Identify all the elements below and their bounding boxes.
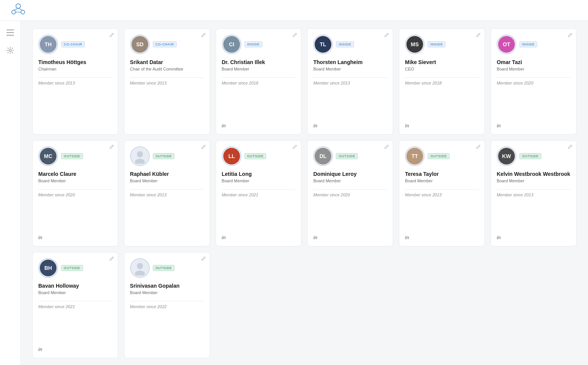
card-divider bbox=[38, 189, 112, 190]
avatar-wrapper: SD bbox=[130, 34, 150, 54]
avatar-wrapper: KW bbox=[497, 146, 516, 166]
member-since: Member since 2020 bbox=[497, 81, 571, 85]
svg-rect-6 bbox=[6, 30, 14, 30]
member-title: Board Member bbox=[130, 179, 204, 183]
linkedin-link[interactable]: in bbox=[222, 232, 296, 240]
edit-icon[interactable] bbox=[109, 33, 114, 39]
edit-icon[interactable] bbox=[476, 144, 481, 150]
avatar-wrapper: TL bbox=[313, 34, 333, 54]
avatar-wrapper: MC bbox=[38, 146, 58, 166]
avatar: TH bbox=[38, 34, 58, 54]
avatar-wrapper: TH bbox=[38, 34, 58, 54]
member-title: Board Member bbox=[497, 67, 571, 71]
edit-icon[interactable] bbox=[201, 256, 206, 262]
edit-icon[interactable] bbox=[109, 144, 114, 150]
member-title: Board Member bbox=[222, 179, 296, 183]
edit-icon[interactable] bbox=[292, 33, 297, 39]
member-name: Srikant Datar bbox=[130, 59, 204, 66]
member-title: CEO bbox=[405, 67, 479, 71]
member-name: Timotheus Höttges bbox=[38, 59, 112, 66]
linkedin-link[interactable]: in bbox=[222, 120, 296, 128]
avatar: BH bbox=[38, 258, 58, 278]
member-card: TL INSIDE Thorsten Langheim Board Member… bbox=[307, 28, 393, 135]
member-since: Member since 2013 bbox=[130, 193, 204, 197]
member-title: Board Member bbox=[38, 179, 112, 183]
svg-point-2 bbox=[21, 10, 25, 14]
svg-text:MC: MC bbox=[44, 153, 52, 159]
member-name: Srinivasan Gopalan bbox=[130, 282, 204, 289]
linkedin-link[interactable]: in bbox=[313, 120, 387, 128]
card-divider bbox=[38, 301, 112, 301]
card-header: MS INSIDE bbox=[405, 34, 479, 54]
avatar-wrapper bbox=[130, 258, 150, 278]
linkedin-link[interactable]: in bbox=[313, 232, 387, 240]
svg-line-4 bbox=[18, 8, 23, 10]
member-card: OUTSIDE Srinivasan Gopalan Board Member … bbox=[124, 252, 210, 358]
linkedin-link[interactable]: in bbox=[405, 232, 479, 240]
member-card: MS INSIDE Mike Sievert CEO Member since … bbox=[399, 28, 485, 135]
avatar-wrapper: BH bbox=[38, 258, 58, 278]
member-since: Member since 2013 bbox=[38, 81, 112, 85]
settings-icon[interactable] bbox=[4, 44, 16, 56]
linkedin-link[interactable]: in bbox=[497, 120, 571, 128]
member-card: KW OUTSIDE Kelvin Westbrook Westbrook Bo… bbox=[491, 140, 577, 246]
card-header: MC OUTSIDE bbox=[38, 146, 112, 166]
svg-point-0 bbox=[16, 4, 20, 8]
avatar: TL bbox=[313, 34, 333, 54]
svg-rect-8 bbox=[6, 35, 14, 36]
svg-text:KW: KW bbox=[502, 153, 511, 159]
menu-icon[interactable] bbox=[4, 27, 16, 39]
role-badge: INSIDE bbox=[428, 41, 445, 47]
role-badge: OUTSIDE bbox=[336, 153, 358, 159]
edit-icon[interactable] bbox=[109, 256, 114, 262]
linkedin-link[interactable]: in bbox=[405, 120, 479, 128]
member-since: Member since 2021 bbox=[222, 193, 296, 197]
edit-icon[interactable] bbox=[568, 144, 572, 150]
app-logo-icon bbox=[11, 3, 26, 18]
avatar: TT bbox=[405, 146, 425, 166]
svg-point-25 bbox=[135, 159, 145, 164]
avatar: DL bbox=[313, 146, 333, 166]
linkedin-link[interactable]: in bbox=[38, 343, 112, 352]
edit-icon[interactable] bbox=[292, 144, 297, 150]
card-header: KW OUTSIDE bbox=[497, 146, 571, 166]
svg-text:SD: SD bbox=[136, 41, 143, 47]
card-divider bbox=[130, 301, 204, 301]
card-divider bbox=[38, 77, 112, 78]
member-name: Dr. Christian Illek bbox=[222, 59, 296, 66]
member-card: DL OUTSIDE Dominique Leroy Board Member … bbox=[307, 140, 393, 246]
avatar bbox=[130, 146, 150, 166]
member-name: Thorsten Langheim bbox=[313, 59, 387, 66]
card-header: BH OUTSIDE bbox=[38, 258, 112, 278]
linkedin-link[interactable]: in bbox=[497, 232, 571, 240]
card-divider bbox=[497, 77, 571, 78]
edit-icon[interactable] bbox=[201, 144, 206, 150]
card-divider bbox=[405, 189, 479, 190]
role-badge: OUTSIDE bbox=[519, 153, 541, 159]
logo bbox=[8, 3, 26, 18]
edit-icon[interactable] bbox=[384, 33, 389, 39]
card-header: OUTSIDE bbox=[130, 258, 204, 278]
role-badge: OUTSIDE bbox=[153, 153, 175, 159]
member-name: Kelvin Westbrook Westbrook bbox=[497, 171, 571, 177]
member-since: Member since 2018 bbox=[222, 81, 296, 85]
card-divider bbox=[405, 77, 479, 78]
edit-icon[interactable] bbox=[568, 33, 572, 39]
top-bar bbox=[0, 0, 588, 21]
role-badge: CO-CHAIR bbox=[61, 41, 85, 47]
edit-icon[interactable] bbox=[384, 144, 389, 150]
avatar: KW bbox=[497, 146, 516, 166]
member-card: SD CO-CHAIR Srikant Datar Chair of the A… bbox=[124, 28, 210, 135]
cards-grid: TH CO-CHAIR Timotheus Höttges Chairman M… bbox=[32, 28, 577, 358]
member-name: Teresa Taylor bbox=[405, 171, 479, 177]
edit-icon[interactable] bbox=[201, 33, 206, 39]
role-badge: OUTSIDE bbox=[61, 265, 83, 271]
member-name: Raphael Kübler bbox=[130, 171, 204, 177]
edit-icon[interactable] bbox=[476, 33, 481, 39]
svg-rect-7 bbox=[6, 32, 14, 33]
member-since: Member since 2020 bbox=[313, 193, 387, 197]
card-header: OUTSIDE bbox=[130, 146, 204, 166]
role-badge: OUTSIDE bbox=[61, 153, 83, 159]
linkedin-link[interactable]: in bbox=[38, 232, 112, 240]
card-header: TT OUTSIDE bbox=[405, 146, 479, 166]
